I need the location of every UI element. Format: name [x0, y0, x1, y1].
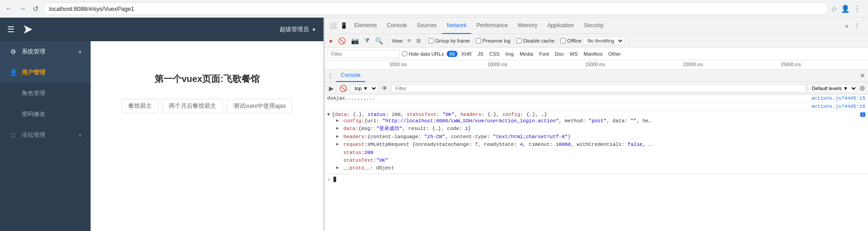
- console-filter-input[interactable]: [391, 84, 806, 92]
- tree-arrow-request[interactable]: ▶: [336, 141, 342, 148]
- sidebar-item-password-change[interactable]: 密码修改: [0, 104, 91, 125]
- search-button[interactable]: 🔍: [373, 36, 385, 45]
- filter-tag-css[interactable]: CSS: [487, 51, 502, 57]
- sidebar-item-role-management[interactable]: 角色管理: [0, 83, 91, 104]
- camera-button[interactable]: 📷: [349, 36, 361, 45]
- tab-sources[interactable]: Sources: [412, 18, 441, 34]
- eye-button[interactable]: 👁: [380, 84, 390, 93]
- forum-icon: □: [9, 131, 17, 139]
- hide-data-urls-checkbox[interactable]: Hide data URLs: [402, 51, 444, 57]
- console-line: doAjax.......... actions.js?44d5:15: [324, 95, 868, 103]
- console-play-button[interactable]: ▶: [327, 84, 336, 93]
- context-select[interactable]: top ▼: [351, 84, 378, 92]
- filter-toggle-button[interactable]: ⧩: [362, 36, 371, 45]
- filter-tag-js[interactable]: JS: [475, 51, 486, 57]
- badge: i: [860, 112, 865, 117]
- inspect-element-icon[interactable]: ⬜: [328, 21, 338, 30]
- preserve-log-checkbox[interactable]: Preserve log: [476, 38, 511, 43]
- network-toolbar: ● 🚫 📷 ⧩ 🔍 View: ≡ ⊞ Group by frame Prese…: [324, 34, 868, 48]
- timeline-mark-4: 20000 ms: [683, 62, 703, 67]
- filter-tag-doc[interactable]: Doc: [553, 51, 566, 57]
- tree-arrow-config[interactable]: ▶: [336, 118, 342, 124]
- device-toggle-icon[interactable]: 📱: [339, 21, 349, 30]
- object-summary: {data: {…}, status: 200, statusText: "OK…: [332, 112, 859, 117]
- filter-tag-media[interactable]: Media: [517, 51, 535, 57]
- chevron-up-icon: ∧: [78, 49, 82, 54]
- tree-row-headers: ▶ headers: {content-language: "zh-CN", c…: [336, 133, 651, 141]
- tree-arrow-data[interactable]: ▶: [336, 125, 342, 132]
- user-badge[interactable]: 超级管理员 ▼: [280, 25, 316, 34]
- forward-button[interactable]: →: [17, 3, 28, 14]
- tab-performance[interactable]: Performance: [472, 18, 512, 34]
- sidebar-item-system-management[interactable]: ⚙ 系统管理 ∧: [0, 41, 91, 62]
- record-button[interactable]: ●: [327, 36, 334, 45]
- tab-application[interactable]: Application: [543, 18, 579, 34]
- console-text: doAjax..........: [327, 96, 811, 101]
- test-ajax-button[interactable]: 测试vuex中使用ajax: [227, 99, 293, 113]
- tab-memory[interactable]: Memory: [513, 18, 542, 34]
- group-by-frame-checkbox[interactable]: Group by frame: [429, 38, 470, 43]
- default-levels-select[interactable]: Default levels ▼: [808, 84, 858, 92]
- filter-tag-all[interactable]: All: [447, 51, 458, 57]
- disable-cache-checkbox[interactable]: Disable cache: [516, 38, 555, 43]
- tree-arrow-proto[interactable]: ▶: [336, 165, 342, 171]
- filter-tag-other[interactable]: Other: [606, 51, 623, 57]
- filter-input[interactable]: [327, 50, 400, 58]
- restaurant-change-owner-later-button[interactable]: 两个月后餐馆易主: [162, 99, 223, 113]
- throttle-select[interactable]: No throttling: [583, 37, 624, 45]
- nav-controls: ← → ↺ ☆ 👤 ⋮: [0, 0, 868, 17]
- more-tabs-button[interactable]: »: [844, 21, 850, 31]
- expand-arrow[interactable]: ▼: [327, 112, 330, 117]
- devtools-panel: ⬜ 📱 Elements Console Sources Network Per…: [324, 18, 868, 231]
- console-block-button[interactable]: 🚫: [338, 84, 349, 93]
- sidebar-item-forum-management[interactable]: □ 论坛管理 ∨: [0, 125, 91, 145]
- console-close-button[interactable]: ✕: [860, 72, 865, 79]
- reload-button[interactable]: ↺: [31, 3, 40, 15]
- account-button[interactable]: 👤: [841, 5, 850, 13]
- sidebar: ⚙ 系统管理 ∧ 👤 用户管理 角色管理 密码修改 □: [0, 41, 91, 231]
- offline-checkbox[interactable]: Offline: [560, 38, 582, 43]
- filter-tag-manifest[interactable]: Manifest: [581, 51, 605, 57]
- sidebar-item-user-management[interactable]: 👤 用户管理: [0, 62, 91, 83]
- hamburger-icon[interactable]: ☰: [7, 24, 14, 34]
- tree-row-statustext: ▶ statusText: "OK": [336, 157, 651, 164]
- filter-tag-img[interactable]: Img: [503, 51, 516, 57]
- back-button[interactable]: ←: [4, 3, 14, 14]
- tree-row-status: ▶ status: 200: [336, 149, 651, 157]
- console-file-link[interactable]: actions.js?44d5:15: [811, 96, 865, 101]
- tab-network[interactable]: Network: [442, 18, 471, 34]
- timeline-mark-5: 25000 ms: [781, 62, 801, 67]
- filter-tag-ws[interactable]: WS: [567, 51, 580, 57]
- sidebar-item-label: 密码修改: [22, 110, 45, 118]
- filter-tag-xhr[interactable]: XHR: [459, 51, 474, 57]
- sidebar-item-label: 用户管理: [22, 68, 45, 77]
- clear-button[interactable]: 🚫: [336, 36, 347, 45]
- user-icon: 👤: [9, 69, 17, 76]
- restaurant-change-owner-button[interactable]: 餐馆易主: [121, 99, 159, 113]
- tab-console-docked[interactable]: Console: [336, 69, 365, 82]
- browser-chrome: ← → ↺ ☆ 👤 ⋮: [0, 0, 868, 18]
- address-bar[interactable]: [43, 2, 828, 15]
- devtools-settings-button[interactable]: ⋮: [853, 21, 862, 31]
- tab-security[interactable]: Security: [579, 18, 608, 34]
- bookmark-button[interactable]: ☆: [831, 5, 837, 13]
- view-list-icon[interactable]: ≡: [405, 36, 413, 45]
- timeline-mark-3: 15000 ms: [585, 62, 605, 67]
- filter-tag-font[interactable]: Font: [537, 51, 551, 57]
- console-settings-button[interactable]: ⚙: [859, 85, 865, 92]
- console-output: doAjax.......... actions.js?44d5:15 acti…: [324, 95, 868, 231]
- tree-row-config: ▶ config: {url: "http://localhost:8080/L…: [336, 117, 651, 125]
- chevron-down-icon: ∨: [78, 133, 82, 138]
- user-chevron-icon: ▼: [312, 27, 316, 32]
- console-cursor[interactable]: [333, 177, 336, 182]
- tab-elements[interactable]: Elements: [350, 18, 381, 34]
- filter-bar: Hide data URLs All XHR JS CSS Img Media …: [324, 48, 868, 60]
- tree-arrow-headers[interactable]: ▶: [336, 134, 342, 140]
- username: 超级管理员: [280, 25, 309, 34]
- more-button[interactable]: ⋮: [854, 5, 861, 13]
- console-file-link[interactable]: actions.js?44d5:16: [811, 104, 865, 109]
- view-tree-icon[interactable]: ⊞: [415, 37, 423, 45]
- timeline-mark-2: 10000 ms: [487, 62, 507, 67]
- tab-console[interactable]: Console: [382, 18, 411, 34]
- logo: [20, 21, 36, 38]
